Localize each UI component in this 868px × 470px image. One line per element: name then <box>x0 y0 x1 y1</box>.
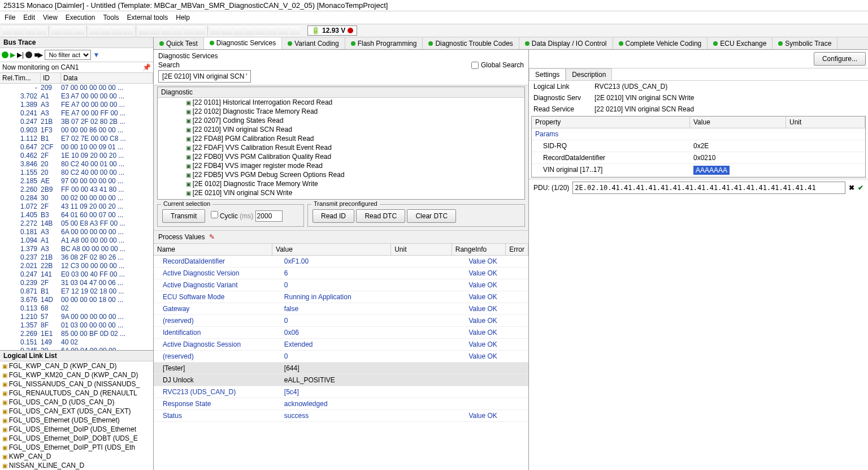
tb-icon[interactable] <box>138 25 149 36</box>
pv-row[interactable]: (reserved)0Value OK <box>154 351 528 363</box>
tab-ecu-exchange[interactable]: ECU Exchange <box>708 37 772 49</box>
trace-row[interactable]: -20907 00 00 00 00 00 ... <box>0 84 153 92</box>
read-id-button[interactable]: Read ID <box>313 209 354 223</box>
trace-row[interactable]: 2.185AE97 00 00 00 00 00 ... <box>0 177 153 186</box>
trace-row[interactable]: 0.4622F1E 10 09 20 00 20 ... <box>0 152 153 160</box>
trace-row[interactable]: 0.247141E0 03 00 40 FF 00 ... <box>0 270 153 279</box>
tab-complete-vehicle-coding[interactable]: Complete Vehicle Coding <box>613 37 708 49</box>
pv-row[interactable]: Response Stateacknowledged <box>154 398 528 410</box>
edit-icon[interactable]: ✎ <box>209 233 215 241</box>
trace-row[interactable]: 0.6472CF00 00 10 00 09 01 ... <box>0 143 153 152</box>
pv-row[interactable]: [Tester][644] <box>154 363 528 374</box>
tb-icon[interactable] <box>25 25 35 36</box>
tb-icon[interactable] <box>150 25 160 36</box>
trace-row[interactable]: 1.3578F01 03 00 00 00 00 ... <box>0 321 153 330</box>
pv-row[interactable]: GatewayfalseValue OK <box>154 303 528 315</box>
search-input[interactable] <box>158 70 251 83</box>
pv-row[interactable]: DJ UnlockeALL_POSITIVE <box>154 374 528 386</box>
filter-icon[interactable]: ▼ <box>93 51 99 59</box>
tb-icon[interactable] <box>161 25 171 36</box>
tree-item[interactable]: [22 0102] Diagnostic Trace Memory Read <box>158 107 524 116</box>
logical-link-item[interactable]: FGL_UDS_Ethernet_DoIP_PTI (UDS_Eth <box>0 443 153 452</box>
play-icon[interactable]: ▶ <box>10 51 15 59</box>
cyclic-checkbox[interactable]: Cyclic <box>211 212 238 220</box>
tree-item[interactable]: [22 0207] Coding States Read <box>158 116 524 125</box>
trace-row[interactable]: 1.210579A 00 00 00 00 00 ... <box>0 313 153 321</box>
cyclic-ms-input[interactable] <box>255 210 283 222</box>
menu-edit[interactable]: Edit <box>23 14 35 21</box>
tb-icon[interactable] <box>51 25 62 36</box>
trace-row[interactable]: 2.02122B12 C3 00 00 00 00 ... <box>0 262 153 270</box>
trace-row[interactable]: 0.1136802 <box>0 304 153 313</box>
tb-icon[interactable] <box>267 25 277 36</box>
tb-icon[interactable] <box>278 25 288 36</box>
logical-link-item[interactable]: FGL_UDS_Ethernet (UDS_Ethernet) <box>0 416 153 425</box>
tb-icon[interactable] <box>101 25 111 36</box>
trace-body[interactable]: -20907 00 00 00 00 00 ...3.702A1E3 A7 00… <box>0 84 153 350</box>
filter-select[interactable]: No filter act <box>45 50 91 60</box>
tab-diagnostic-services[interactable]: Diagnostic Services <box>204 37 282 50</box>
trace-row[interactable]: 1.389A3FE A7 00 00 00 00 ... <box>0 101 153 109</box>
tab-variant-coding[interactable]: Variant Coding <box>282 37 345 49</box>
configure-button[interactable]: Configure... <box>814 52 866 66</box>
pdu-input[interactable] <box>572 182 845 194</box>
logical-link-item[interactable]: FGL_KWP_CAN_D (KWP_CAN_D) <box>0 361 153 370</box>
trace-row[interactable]: 0.9031F300 00 00 86 00 00 ... <box>0 126 153 135</box>
trace-row[interactable]: 0.2392F31 03 04 47 00 06 ... <box>0 279 153 287</box>
logical-link-item[interactable]: FGL_UDS_Ethernet_DoIP (UDS_Ethernet <box>0 425 153 434</box>
trace-row[interactable]: 1.405B364 01 60 00 07 00 ... <box>0 211 153 219</box>
read-dtc-button[interactable]: Read DTC <box>356 209 405 223</box>
pv-row[interactable]: RVC213 (UDS_CAN_D)[5c4] <box>154 386 528 398</box>
trace-row[interactable]: 0.871B1E7 12 19 02 18 00 ... <box>0 287 153 296</box>
menu-tools[interactable]: Tools <box>103 14 119 21</box>
pin-icon[interactable]: 📌 <box>142 63 151 71</box>
pv-row[interactable]: Active Diagnostic SessionExtendedValue O… <box>154 339 528 351</box>
tb-icon[interactable] <box>63 25 73 36</box>
pv-row[interactable]: Active Diagnostic Variant0Value OK <box>154 279 528 291</box>
tb-icon[interactable] <box>36 25 46 36</box>
prev-icon[interactable]: ■▶ <box>34 51 43 59</box>
tree-item[interactable]: [22 0210] VIN original SCN Read <box>158 125 524 134</box>
pv-row[interactable]: RecordDataIdentifier0xF1.00Value OK <box>154 256 528 268</box>
trace-row[interactable]: 0.241A3FE A7 00 00 FF 00 ... <box>0 109 153 118</box>
prop-row[interactable]: VIN original [17..17]AAAAAAA <box>532 164 865 177</box>
tb-icon[interactable] <box>74 25 84 36</box>
trace-row[interactable]: 1.379A3BC A8 00 00 00 00 ... <box>0 245 153 253</box>
tab-flash-programming[interactable]: Flash Programming <box>345 37 423 49</box>
pv-row[interactable]: ECU Software ModeRunning in ApplicationV… <box>154 291 528 303</box>
menu-view[interactable]: View <box>43 14 58 21</box>
menu-execution[interactable]: Execution <box>66 14 96 21</box>
global-search-checkbox[interactable]: Global Search <box>471 61 524 69</box>
stop-trace-icon[interactable] <box>25 51 32 58</box>
trace-row[interactable]: 0.181A36A 00 00 00 00 00 ... <box>0 228 153 236</box>
logical-link-item[interactable]: FGL_KWP_KM20_CAN_D (KWP_CAN_D) <box>0 370 153 380</box>
tree-item[interactable]: [2E 0102] Diagnostic Trace Memory Write <box>158 179 524 188</box>
tab-diagnostic-trouble-codes[interactable]: Diagnostic Trouble Codes <box>423 37 519 49</box>
logical-link-body[interactable]: FGL_KWP_CAN_D (KWP_CAN_D)FGL_KWP_KM20_CA… <box>0 361 153 470</box>
tb-icon[interactable] <box>89 25 99 36</box>
trace-row[interactable]: 2.2691E185 00 00 BF 0D 02 ... <box>0 330 153 338</box>
trace-row[interactable]: 1.0722F43 11 09 20 00 20 ... <box>0 202 153 211</box>
trace-row[interactable]: 2.27214B05 00 E8 A3 FF 00 ... <box>0 219 153 228</box>
tab-symbolic-trace[interactable]: Symbolic Trace <box>772 37 837 49</box>
start-trace-icon[interactable] <box>2 51 8 58</box>
next-icon[interactable]: ▶| <box>17 51 24 59</box>
tree-item[interactable]: [22 FDA8] PGM Calibration Result Read <box>158 134 524 143</box>
logical-link-item[interactable]: FGL_UDS_CAN_EXT (UDS_CAN_EXT) <box>0 407 153 416</box>
menu-file[interactable]: File <box>5 14 15 21</box>
tb-icon[interactable] <box>244 25 254 36</box>
clear-dtc-button[interactable]: Clear DTC <box>407 209 456 223</box>
menu-external-tools[interactable]: External tools <box>127 14 168 21</box>
trace-row[interactable]: 1.094A1A1 A8 00 00 00 00 ... <box>0 236 153 245</box>
vin-edit-field[interactable]: AAAAAAA <box>693 166 730 175</box>
tb-icon[interactable] <box>123 25 133 36</box>
settings-tab[interactable]: Settings <box>529 68 566 80</box>
tb-icon[interactable] <box>233 25 243 36</box>
tb-icon[interactable] <box>172 25 183 36</box>
transmit-button[interactable]: Transmit <box>162 209 205 223</box>
tb-icon[interactable] <box>255 25 266 36</box>
tb-icon[interactable] <box>222 25 232 36</box>
description-tab[interactable]: Description <box>566 68 612 80</box>
trace-row[interactable]: 0.15114940 02 <box>0 338 153 347</box>
tb-icon[interactable] <box>2 25 12 36</box>
